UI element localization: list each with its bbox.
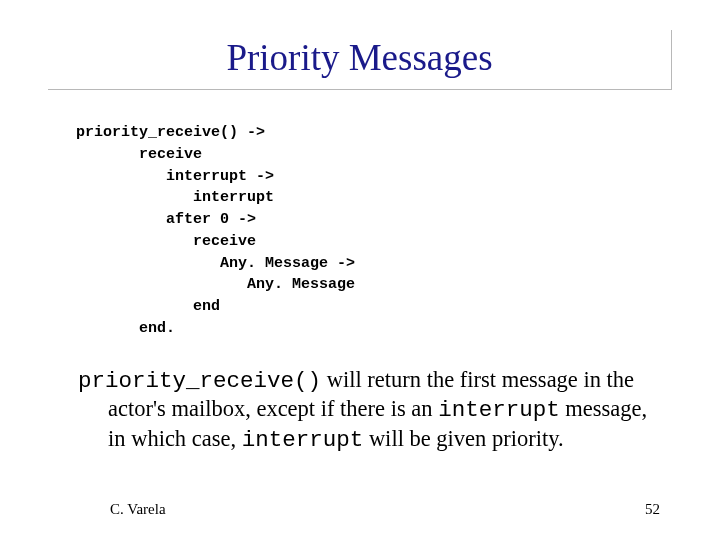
- slide-title: Priority Messages: [58, 36, 661, 79]
- desc-text-3: will be given priority.: [363, 426, 563, 451]
- code-term-interrupt-1: interrupt: [438, 397, 560, 423]
- title-container: Priority Messages: [48, 30, 672, 90]
- footer-page-number: 52: [645, 501, 660, 518]
- slide: Priority Messages priority_receive() -> …: [0, 0, 720, 540]
- description-paragraph: priority_receive() will return the first…: [78, 366, 672, 455]
- footer-author: C. Varela: [110, 501, 166, 518]
- footer: C. Varela 52: [0, 501, 720, 518]
- code-term-interrupt-2: interrupt: [242, 427, 364, 453]
- code-block: priority_receive() -> receive interrupt …: [76, 122, 672, 340]
- code-term-priority-receive: priority_receive(): [78, 368, 321, 394]
